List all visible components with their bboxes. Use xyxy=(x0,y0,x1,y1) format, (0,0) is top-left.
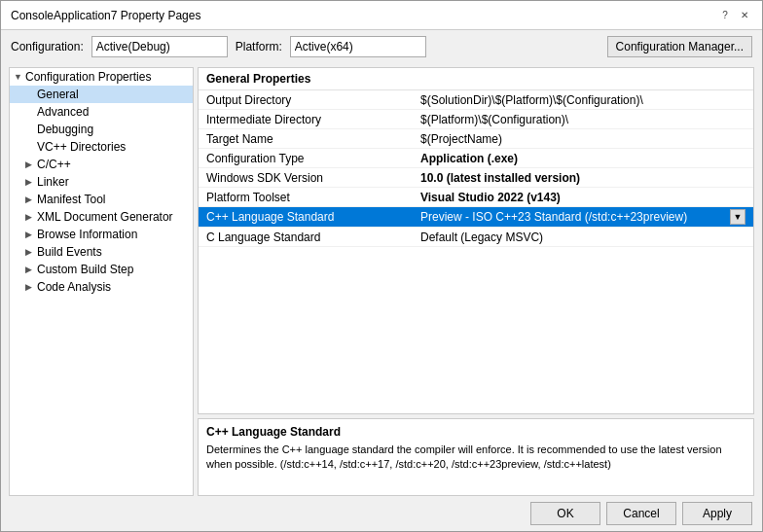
expand-arrow-icon: ▶ xyxy=(25,160,35,169)
sidebar: ▼Configuration PropertiesGeneralAdvanced… xyxy=(9,67,194,496)
expand-arrow-icon: ▼ xyxy=(14,72,23,82)
prop-row-output-dir[interactable]: Output Directory$(SolutionDir)\$(Platfor… xyxy=(199,90,753,110)
sidebar-item-label: Manifest Tool xyxy=(37,193,105,206)
prop-value-cpp-lang-std: Preview - ISO C++23 Standard (/std:c++23… xyxy=(413,207,753,227)
main-content: ▼Configuration PropertiesGeneralAdvanced… xyxy=(1,63,762,496)
prop-name-win-sdk: Windows SDK Version xyxy=(199,169,413,187)
prop-value-win-sdk: 10.0 (latest installed version) xyxy=(413,169,753,187)
sidebar-item-label: General xyxy=(37,88,79,101)
configuration-dropdown[interactable]: Active(Debug) xyxy=(91,36,228,57)
bottom-bar: OK Cancel Apply xyxy=(1,496,762,531)
sidebar-item-browse[interactable]: ▶Browse Information xyxy=(10,226,193,243)
sidebar-item-debugging[interactable]: Debugging xyxy=(10,121,193,138)
prop-name-target-name: Target Name xyxy=(199,130,413,148)
sidebar-item-label: Browse Information xyxy=(37,228,137,241)
prop-name-platform-toolset: Platform Toolset xyxy=(199,189,413,206)
prop-row-platform-toolset[interactable]: Platform ToolsetVisual Studio 2022 (v143… xyxy=(199,188,753,207)
sidebar-item-label: Debugging xyxy=(37,123,93,136)
sidebar-item-vc-dirs[interactable]: VC++ Directories xyxy=(10,138,193,156)
platform-dropdown[interactable]: Active(x64) xyxy=(290,36,426,57)
prop-value-c-lang-std: Default (Legacy MSVC) xyxy=(413,229,753,246)
apply-button[interactable]: Apply xyxy=(682,502,752,525)
prop-row-intermediate-dir[interactable]: Intermediate Directory$(Platform)\$(Conf… xyxy=(199,110,753,129)
title-bar: ConsoleApplication7 Property Pages ? ✕ xyxy=(1,1,762,30)
expand-arrow-icon: ▶ xyxy=(25,212,35,222)
expand-arrow-icon: ▶ xyxy=(25,195,35,204)
ok-button[interactable]: OK xyxy=(530,502,600,525)
properties-section-header: General Properties xyxy=(199,68,753,90)
sidebar-item-advanced[interactable]: Advanced xyxy=(10,103,193,121)
sidebar-item-label: VC++ Directories xyxy=(37,140,126,154)
prop-row-config-type[interactable]: Configuration TypeApplication (.exe) xyxy=(199,149,753,168)
sidebar-item-linker[interactable]: ▶Linker xyxy=(10,173,193,191)
sidebar-item-label: C/C++ xyxy=(37,158,71,171)
sidebar-item-label: XML Document Generator xyxy=(37,210,173,224)
dialog-title: ConsoleApplication7 Property Pages xyxy=(11,9,200,22)
close-button[interactable]: ✕ xyxy=(737,8,752,23)
sidebar-item-code-analysis[interactable]: ▶Code Analysis xyxy=(10,278,193,296)
prop-value-output-dir: $(SolutionDir)\$(Platform)\$(Configurati… xyxy=(413,91,753,109)
sidebar-item-label: Build Events xyxy=(37,245,102,259)
prop-dropdown-arrow-cpp-lang-std[interactable]: ▼ xyxy=(730,209,745,225)
sidebar-item-c-cpp[interactable]: ▶C/C++ xyxy=(10,156,193,173)
sidebar-item-build-events[interactable]: ▶Build Events xyxy=(10,243,193,261)
prop-row-win-sdk[interactable]: Windows SDK Version10.0 (latest installe… xyxy=(199,168,753,188)
properties-box: General Properties Output Directory$(Sol… xyxy=(198,67,754,414)
prop-value-text-cpp-lang-std: Preview - ISO C++23 Standard (/std:c++23… xyxy=(420,210,687,224)
platform-label: Platform: xyxy=(236,40,282,53)
prop-name-c-lang-std: C Language Standard xyxy=(199,229,413,246)
expand-arrow-icon: ▶ xyxy=(25,177,35,187)
sidebar-item-label: Linker xyxy=(37,175,69,189)
expand-arrow-icon: ▶ xyxy=(25,265,35,274)
expand-arrow-icon: ▶ xyxy=(25,282,35,292)
help-button[interactable]: ? xyxy=(717,8,733,23)
description-box: C++ Language Standard Determines the C++… xyxy=(198,418,754,496)
prop-value-intermediate-dir: $(Platform)\$(Configuration)\ xyxy=(413,111,753,128)
prop-name-intermediate-dir: Intermediate Directory xyxy=(199,111,413,128)
sidebar-item-label: Configuration Properties xyxy=(25,70,151,84)
config-row: Configuration: Active(Debug) Platform: A… xyxy=(1,30,762,63)
prop-row-target-name[interactable]: Target Name$(ProjectName) xyxy=(199,129,753,149)
dialog-window: ConsoleApplication7 Property Pages ? ✕ C… xyxy=(0,0,763,532)
cancel-button[interactable]: Cancel xyxy=(606,502,676,525)
prop-name-cpp-lang-std: C++ Language Standard xyxy=(199,208,413,226)
sidebar-item-label: Code Analysis xyxy=(37,280,111,294)
sidebar-item-label: Custom Build Step xyxy=(37,263,133,276)
sidebar-item-xml-doc[interactable]: ▶XML Document Generator xyxy=(10,208,193,226)
properties-table: Output Directory$(SolutionDir)\$(Platfor… xyxy=(199,90,753,413)
prop-name-output-dir: Output Directory xyxy=(199,91,413,109)
config-label: Configuration: xyxy=(11,40,84,53)
description-title: C++ Language Standard xyxy=(206,425,745,439)
prop-value-config-type: Application (.exe) xyxy=(413,150,753,167)
expand-arrow-icon: ▶ xyxy=(25,230,35,239)
config-manager-button[interactable]: Configuration Manager... xyxy=(607,36,752,57)
sidebar-item-manifest[interactable]: ▶Manifest Tool xyxy=(10,191,193,208)
sidebar-item-config-props[interactable]: ▼Configuration Properties xyxy=(10,68,193,86)
title-bar-controls: ? ✕ xyxy=(717,8,752,23)
description-text: Determines the C++ language standard the… xyxy=(206,443,745,473)
right-panel: General Properties Output Directory$(Sol… xyxy=(198,67,754,496)
prop-value-target-name: $(ProjectName) xyxy=(413,130,753,148)
prop-name-config-type: Configuration Type xyxy=(199,150,413,167)
prop-row-cpp-lang-std[interactable]: C++ Language StandardPreview - ISO C++23… xyxy=(199,207,753,228)
sidebar-item-custom-build[interactable]: ▶Custom Build Step xyxy=(10,261,193,278)
sidebar-item-label: Advanced xyxy=(37,105,89,119)
expand-arrow-icon: ▶ xyxy=(25,247,35,257)
prop-row-c-lang-std[interactable]: C Language StandardDefault (Legacy MSVC) xyxy=(199,228,753,247)
sidebar-item-general[interactable]: General xyxy=(10,86,193,103)
prop-value-platform-toolset: Visual Studio 2022 (v143) xyxy=(413,189,753,206)
